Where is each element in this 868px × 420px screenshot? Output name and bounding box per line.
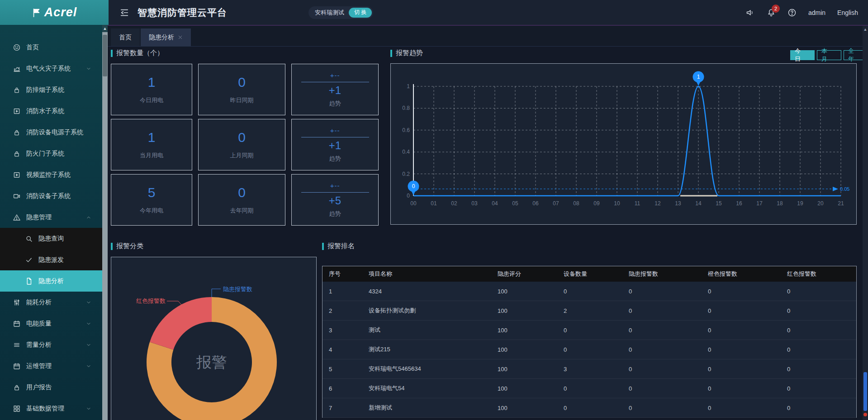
trend-range-button[interactable]: 本 月 [817, 50, 841, 60]
main-scroll-up-icon[interactable]: ▲ [863, 26, 868, 33]
sidebar-item[interactable]: 电气火灾子系统 [0, 58, 102, 79]
svg-text:10: 10 [614, 200, 620, 207]
table-cell: 0 [622, 379, 702, 398]
lock-icon [13, 150, 21, 158]
card-value: 0 [238, 185, 246, 200]
user-menu[interactable]: admin [808, 9, 825, 16]
trend-value: +1 [329, 139, 341, 152]
table-row[interactable]: 5安科瑞电气54656341003000 [323, 359, 856, 379]
svg-text:15: 15 [716, 200, 722, 207]
table-cell: 4 [323, 340, 362, 359]
sidebar-scroll-up-icon[interactable]: ▲ [102, 25, 108, 32]
sidebar-item[interactable]: 消防设备电源子系统 [0, 122, 102, 143]
table-row[interactable]: 3测试1000000 [323, 321, 856, 340]
trend-value: +5 [329, 194, 341, 207]
table-cell: 100 [491, 398, 557, 417]
sidebar-item[interactable]: 用户报告 [0, 377, 102, 398]
svg-text:17: 17 [756, 200, 763, 207]
sidebar-item[interactable]: 消防水子系统 [0, 100, 102, 122]
table-cell: 新增测试 [362, 398, 491, 417]
svg-text:04: 04 [492, 200, 498, 207]
main-scroll-thumb[interactable] [863, 372, 867, 411]
stat-card: 1 今日用电 [111, 64, 192, 115]
tab-bar: 首页隐患分析 [108, 25, 868, 47]
logo-text: Acrel [44, 5, 77, 19]
sidebar-item[interactable]: 隐患分析 [0, 270, 102, 292]
sidebar-item[interactable]: 需量分析 [0, 334, 102, 355]
svg-text:16: 16 [736, 200, 742, 207]
table-cell: 100 [491, 340, 557, 359]
card-label: 今日用电 [140, 96, 163, 104]
table-cell: 0 [557, 379, 622, 398]
collapse-menu-icon[interactable] [119, 8, 129, 18]
table-cell: 0 [781, 321, 857, 340]
close-icon[interactable] [178, 35, 183, 40]
table-row[interactable]: 7新增测试1000000 [323, 398, 856, 418]
language-switch[interactable]: English [837, 9, 858, 16]
svg-text:05: 05 [512, 200, 518, 207]
sidebar-item[interactable]: 视频监控子系统 [0, 164, 102, 185]
table-row[interactable]: 4测试2151000000 [323, 340, 856, 359]
switch-project-button[interactable]: 切 换 [349, 8, 372, 18]
sidebar-item[interactable]: 消防设备子系统 [0, 185, 102, 207]
sidebar-item[interactable]: 首页 [0, 37, 102, 58]
svg-text:07: 07 [553, 200, 559, 207]
card-value: 5 [148, 185, 156, 200]
main-scrollbar[interactable]: ▲ [863, 26, 868, 420]
svg-text:0: 0 [412, 183, 415, 189]
tab-隐患分析[interactable]: 隐患分析 [141, 28, 191, 46]
table-cell: 0 [702, 398, 781, 417]
card-label: 昨日同期 [230, 96, 254, 104]
smile-icon [13, 43, 21, 52]
table-cell: 0 [557, 321, 622, 340]
trend-range-button[interactable]: 今 日 [790, 50, 815, 60]
sidebar-item[interactable]: 防火门子系统 [0, 143, 102, 164]
notification-badge: 2 [772, 5, 780, 13]
table-row[interactable]: 6安科瑞电气541000000 [323, 379, 856, 398]
sidebar-item[interactable]: 运维管理 [0, 355, 102, 377]
sidebar-item[interactable]: 隐患查询 [0, 228, 102, 249]
speaker-icon[interactable] [746, 8, 755, 17]
sidebar-item[interactable]: 隐患派发 [0, 249, 102, 270]
help-icon[interactable] [787, 8, 797, 17]
stat-card: 0 上月同期 [198, 119, 285, 170]
chevron-down-icon [86, 300, 91, 305]
chart-markpoint: 1 [693, 71, 704, 86]
table-cell: 0 [781, 340, 857, 359]
sidebar-item[interactable]: 基础数据管理 [0, 398, 102, 419]
table-row[interactable]: 143241000000 [323, 282, 856, 301]
sidebar-item[interactable]: 防排烟子系统 [0, 79, 102, 100]
sidebar-item[interactable]: 隐患管理 [0, 207, 102, 228]
sidebar-item[interactable]: 电能质量 [0, 313, 102, 334]
table-cell: 100 [491, 282, 557, 301]
table-header-cell: 隐患报警数 [622, 266, 702, 282]
sidebar-scroll-thumb[interactable] [103, 35, 107, 76]
sliders-icon [13, 298, 21, 307]
rows-icon [13, 341, 21, 349]
svg-text:隐患报警数: 隐患报警数 [223, 286, 252, 293]
table-cell: 7 [323, 398, 362, 417]
card-label: 当月用电 [140, 151, 163, 160]
svg-text:18: 18 [777, 200, 783, 207]
chevron-up-icon [86, 215, 91, 220]
lock-icon [13, 383, 21, 392]
table-cell: 2 [323, 301, 362, 320]
donut-slice[interactable] [150, 297, 212, 349]
sidebar-scrollbar[interactable]: ▲ [102, 25, 108, 420]
table-row[interactable]: 2设备拓扑测试勿删1002000 [323, 301, 856, 321]
table-cell: 6 [323, 379, 362, 398]
table-cell: 0 [702, 321, 781, 340]
search-icon [25, 235, 33, 243]
trend-card: +-- +1 趋势 [291, 119, 379, 170]
table-cell: 100 [491, 321, 557, 340]
svg-text:1: 1 [407, 83, 410, 90]
project-name: 安科瑞测试 [315, 9, 344, 17]
table-header-cell: 隐患评分 [491, 266, 557, 282]
card-label: 趋势 [329, 99, 341, 108]
table-cell: 0 [702, 379, 781, 398]
trend-value: +1 [329, 84, 341, 97]
svg-text:1: 1 [697, 74, 700, 80]
tab-首页[interactable]: 首页 [111, 28, 140, 46]
bell-icon[interactable]: 2 [767, 8, 776, 17]
sidebar-item[interactable]: 能耗分析 [0, 292, 102, 313]
